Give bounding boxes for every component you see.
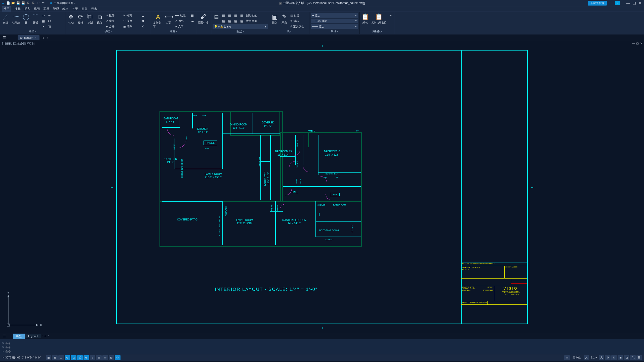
- fillet-button[interactable]: ◠ 圆角: [122, 18, 139, 23]
- dim-button[interactable]: ⟷标注: [165, 13, 174, 25]
- hatch-icon[interactable]: ▦: [41, 18, 46, 23]
- panel-draw-label[interactable]: 绘图: [1, 29, 64, 34]
- layer7-icon[interactable]: ▤: [233, 18, 238, 23]
- sc-toggle[interactable]: ⊡: [109, 355, 114, 360]
- defattr-button[interactable]: A 定义属性: [289, 24, 307, 29]
- hardware-toggle[interactable]: ⊞: [618, 355, 623, 360]
- layout1-tab[interactable]: Layout1: [25, 334, 41, 338]
- menu-cloud[interactable]: 云盘: [91, 7, 97, 11]
- panel-props-label[interactable]: 属性: [310, 29, 358, 34]
- viewport-label[interactable]: [-] [俯视] [二维线框] [WCS]: [2, 42, 34, 46]
- mtext-button[interactable]: A多行文字: [152, 13, 164, 29]
- layer6-icon[interactable]: ▤: [227, 18, 232, 23]
- insert-button[interactable]: ▣插入: [270, 13, 279, 25]
- otrack-toggle[interactable]: ∠: [77, 355, 83, 360]
- preview-icon[interactable]: 🖶: [31, 1, 35, 5]
- vp-close-icon[interactable]: ✕: [640, 42, 642, 45]
- minimize-button[interactable]: —: [625, 1, 631, 5]
- basepoint-button[interactable]: ✎基点: [280, 13, 289, 25]
- region-icon[interactable]: ◫: [47, 24, 52, 29]
- spline-icon[interactable]: ∿: [47, 13, 52, 18]
- close-tab-icon[interactable]: ✕: [35, 36, 37, 39]
- customize-toggle[interactable]: ☰: [636, 355, 642, 360]
- anno-scale-icon[interactable]: ⚙: [605, 355, 611, 360]
- file-tab-arhouse[interactable]: ar_house* ✕: [18, 35, 39, 40]
- layout-menu-icon[interactable]: ☰: [2, 334, 7, 339]
- cloud-icon[interactable]: ☁: [189, 18, 195, 23]
- snap-toggle[interactable]: ⊞: [52, 355, 58, 360]
- paste-button[interactable]: 📋粘贴: [361, 13, 370, 25]
- polyline-button[interactable]: 〰多段线: [11, 13, 21, 25]
- cycle-toggle[interactable]: ⟳: [115, 355, 120, 360]
- ortho-toggle[interactable]: ∟: [58, 355, 64, 360]
- linetype-dropdown[interactable]: ─── 随层▾: [310, 24, 358, 29]
- copy-button[interactable]: ⿻复制: [86, 13, 95, 25]
- linear-button[interactable]: ⟷ 线性: [174, 13, 189, 18]
- layermatch-button[interactable]: 图层匹配: [245, 13, 258, 18]
- move-button[interactable]: ✥移动: [66, 13, 75, 25]
- modelspace-toggle[interactable]: ▭: [564, 355, 570, 360]
- lwt-toggle[interactable]: ≡: [90, 355, 95, 360]
- save-icon[interactable]: 💾: [16, 1, 20, 5]
- workspace-toggle[interactable]: ⚙: [611, 355, 617, 360]
- isolate-toggle[interactable]: ⊡: [624, 355, 629, 360]
- app-icon[interactable]: ▲: [1, 1, 5, 5]
- add-tab-button[interactable]: +: [41, 35, 46, 40]
- layer2-icon[interactable]: ▤: [227, 13, 232, 18]
- units-display[interactable]: 无单位: [571, 356, 583, 359]
- workspace-icon[interactable]: ⚙: [49, 1, 53, 5]
- help-icon[interactable]: ?: [615, 1, 620, 5]
- dyn-toggle[interactable]: ⊕: [84, 355, 89, 360]
- text-button[interactable]: A 文字: [174, 24, 189, 29]
- edit-button[interactable]: ✎ 编辑: [289, 18, 307, 23]
- undo-icon[interactable]: ↶: [36, 1, 40, 5]
- maximize-button[interactable]: ▢: [631, 1, 637, 5]
- plot-icon[interactable]: 🖶: [26, 1, 30, 5]
- rect-icon[interactable]: ▭: [41, 13, 46, 18]
- create-button[interactable]: ◫ 创建: [289, 13, 307, 18]
- drawer-icon[interactable]: ☰: [2, 35, 7, 40]
- menu-view[interactable]: 视图: [34, 7, 40, 11]
- open-icon[interactable]: 📂: [11, 1, 15, 5]
- menu-tools[interactable]: 工具: [43, 7, 49, 11]
- saveas-icon[interactable]: 💾: [21, 1, 25, 5]
- menu-common[interactable]: 常用: [2, 6, 11, 12]
- cut-icon[interactable]: ✂: [388, 13, 393, 18]
- close-button[interactable]: ✕: [637, 1, 643, 5]
- menu-annot[interactable]: 注释: [15, 7, 21, 11]
- redo-icon[interactable]: ↷: [41, 1, 45, 5]
- menu-insert[interactable]: 插入: [24, 7, 30, 11]
- command-line[interactable]: ✕命令: ✕命令: ✕命令:: [0, 339, 644, 354]
- iso-toggle[interactable]: 人: [584, 355, 589, 360]
- menu-manage[interactable]: 管理: [53, 7, 59, 11]
- model-tab[interactable]: 模型: [13, 334, 25, 339]
- leader-button[interactable]: ↗ 引线: [174, 18, 189, 23]
- table-icon[interactable]: ▦: [189, 13, 195, 18]
- scale-button[interactable]: ⤢ 缩放: [105, 18, 122, 23]
- erase-icon[interactable]: ✕: [140, 24, 145, 29]
- tran-toggle[interactable]: ▤: [96, 355, 102, 360]
- panel-clip-label[interactable]: 剪贴板: [361, 29, 394, 34]
- workspace-dropdown[interactable]: 二维草图与注释: [54, 1, 73, 5]
- drawing-area[interactable]: [-] [俯视] [二维线框] [WCS] — ▢ ✕ A REVISED PR…: [0, 41, 644, 333]
- rotate-button[interactable]: ⟳旋转: [76, 13, 85, 25]
- mirror-button[interactable]: ⧉镜像: [95, 13, 104, 25]
- explode-icon[interactable]: ✱: [140, 18, 145, 23]
- menu-about[interactable]: 关于: [72, 7, 78, 11]
- layer5-icon[interactable]: ▤: [221, 18, 226, 23]
- point-icon[interactable]: •: [41, 24, 46, 29]
- prevlayer-button[interactable]: 置为当前: [245, 18, 258, 23]
- layer1-icon[interactable]: ▤: [221, 13, 226, 18]
- menu-output[interactable]: 输出: [62, 7, 68, 11]
- stretch-button[interactable]: ↗ 拉伸: [105, 13, 122, 18]
- layer-dropdown[interactable]: 💡❄🔒🖶 ■ 0▾: [212, 24, 268, 29]
- polar-toggle[interactable]: ⊙: [65, 355, 70, 360]
- menu-service[interactable]: 服务: [82, 7, 88, 11]
- new-icon[interactable]: 📄: [6, 1, 10, 5]
- join-button[interactable]: ⊕ 合并: [105, 24, 122, 29]
- grid-toggle[interactable]: ▦: [46, 355, 51, 360]
- arc-button[interactable]: ⌒圆弧: [31, 13, 40, 25]
- osnap-toggle[interactable]: ◻: [71, 355, 76, 360]
- matchprop-button[interactable]: 🖌匹配特性: [197, 13, 209, 25]
- vp-min-icon[interactable]: —: [632, 42, 635, 45]
